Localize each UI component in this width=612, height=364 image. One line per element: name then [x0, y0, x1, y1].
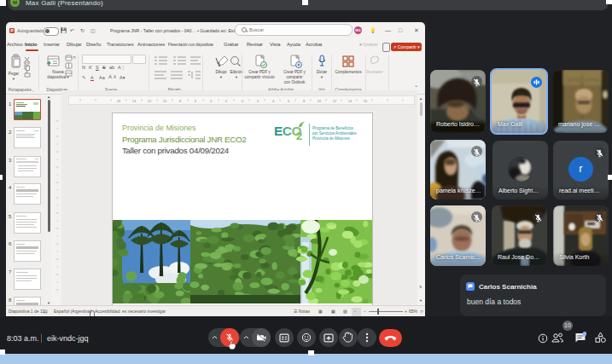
svg-text:2: 2	[257, 99, 259, 103]
svg-text:8: 8	[303, 99, 306, 103]
svg-text:16: 16	[364, 99, 368, 103]
svg-text:14: 14	[348, 99, 353, 103]
svg-text:6: 6	[288, 99, 290, 103]
svg-text:10: 10	[318, 99, 322, 103]
svg-text:12: 12	[148, 99, 152, 103]
svg-text:14: 14	[132, 99, 137, 103]
svg-text:10: 10	[163, 99, 167, 103]
svg-text:12: 12	[333, 99, 337, 103]
svg-text:16: 16	[117, 99, 121, 103]
svg-text:4: 4	[272, 99, 275, 103]
svg-text:8: 8	[179, 99, 182, 103]
svg-text:6: 6	[195, 99, 197, 103]
svg-text:2: 2	[225, 99, 228, 103]
svg-text:4: 4	[210, 99, 213, 103]
svg-text:0: 0	[242, 99, 244, 103]
